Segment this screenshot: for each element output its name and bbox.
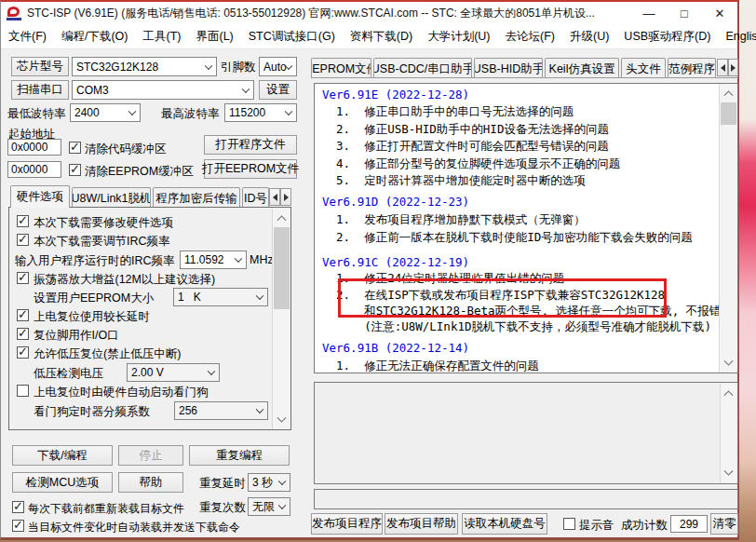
close-icon[interactable]: ✕	[702, 2, 737, 24]
maximize-icon[interactable]: □	[667, 2, 702, 24]
repeat-times-select[interactable]: 无限	[248, 497, 290, 516]
eeprom-size-select[interactable]: 1 K	[173, 288, 268, 306]
options-scrollbar[interactable]	[272, 209, 290, 429]
lvd-voltage-label: 低压检测电压	[34, 366, 103, 382]
port-settings-button[interactable]: 设置	[259, 80, 297, 100]
lvd-voltage-select[interactable]: 2.00 V	[127, 363, 220, 382]
minimize-icon[interactable]: —	[631, 2, 667, 24]
eeprom-size-label: 设置用户EEPROM大小	[34, 291, 154, 306]
repeat-program-button[interactable]: 重复编程	[189, 445, 290, 466]
scrollbar-thumb[interactable]	[274, 227, 290, 309]
max-baud-select[interactable]: 115200	[224, 103, 297, 122]
menu-upgrade[interactable]: 升级(U)	[562, 29, 616, 45]
clear-code-buffer-checkbox[interactable]	[69, 142, 81, 154]
tab-example-programs[interactable]: 范例程序	[668, 58, 716, 77]
tab-usb-hid[interactable]: USB-HID助手	[474, 58, 543, 77]
autoload-send-checkbox[interactable]	[12, 520, 24, 532]
tab-eeprom-file[interactable]: EEPROM文件	[311, 58, 371, 77]
menu-file[interactable]: 文件(F)	[1, 29, 54, 45]
note-line: (注意:U8W/LInk1D脱机下载不支持，必须型号准确才能脱机下载)	[322, 319, 711, 333]
scroll-up-icon[interactable]	[273, 210, 290, 224]
scroll-down-icon[interactable]	[273, 413, 290, 427]
pin-count-label: 引脚数	[221, 60, 256, 75]
check-mcu-options-button[interactable]: 检测MCU选项	[12, 472, 113, 493]
repeat-times-value: 无限	[252, 499, 275, 515]
tab-scroll-left-icon[interactable]	[717, 59, 728, 76]
note-line: 1. 修正串口助手中的串口号无法选择的问题	[322, 104, 574, 118]
repeat-delay-select[interactable]: 3 秒	[248, 473, 290, 492]
menu-university[interactable]: 大学计划(U)	[420, 29, 497, 45]
chevron-down-icon	[208, 367, 215, 374]
log-scrollbar[interactable]	[720, 384, 736, 482]
clear-count-button[interactable]: 清零	[710, 513, 738, 535]
chip-model-select[interactable]: STC32G12K128	[72, 57, 217, 76]
max-baud-label: 最高波特率	[161, 106, 220, 122]
open-program-file-button[interactable]: 打开程序文件	[204, 135, 297, 155]
tab-id-number[interactable]: ID号	[242, 187, 269, 207]
chevron-down-icon	[278, 501, 286, 508]
read-disk-id-button[interactable]: 读取本机硬盘号	[462, 513, 547, 535]
menu-forum[interactable]: 去论坛(F)	[498, 29, 562, 45]
stc-isp-window: STC-ISP (V6.91E) (服务电话/销售电话: 0513-550129…	[0, 0, 739, 540]
menu-usb-driver[interactable]: USB驱动程序(D)	[616, 29, 718, 45]
tab-keil-emulation[interactable]: Keil仿真设置	[545, 58, 619, 77]
hw-watchdog-checkbox[interactable]	[17, 385, 29, 397]
chevron-down-icon	[256, 405, 263, 413]
lvd-reset-checkbox[interactable]	[17, 346, 29, 359]
com-port-select[interactable]: COM3	[72, 80, 254, 100]
scroll-down-icon[interactable]	[720, 357, 737, 371]
release-notes-area[interactable]: Ver6.91E (2022-12-28) 1. 修正串口助手中的串口号无法选择…	[314, 83, 738, 373]
watchdog-prescaler-label: 看门狗定时器分频系数	[34, 404, 150, 420]
eeprom-start-address-input[interactable]: 0x0000	[7, 161, 61, 178]
chip-model-button[interactable]: 芯片型号	[11, 57, 69, 76]
message-log-area[interactable]	[314, 382, 738, 484]
pin-count-value: Auto	[263, 61, 287, 74]
reset-pin-io-checkbox[interactable]	[17, 328, 29, 340]
irc-frequency-select[interactable]: 11.0592	[180, 251, 247, 269]
publish-help-button[interactable]: 发布项目帮助	[385, 513, 458, 535]
clear-eeprom-buffer-checkbox[interactable]	[69, 164, 81, 176]
publish-project-button[interactable]: 发布项目程序	[311, 513, 383, 535]
irc-frequency-label: 输入用户程序运行时的IRC频率	[15, 253, 175, 269]
code-start-address-input[interactable]: 0x0000	[7, 139, 61, 156]
option-label: 本次下载需要调节IRC频率	[34, 234, 170, 250]
tab-scroll-left-icon[interactable]	[269, 188, 280, 206]
watchdog-prescaler-select[interactable]: 256	[174, 401, 268, 420]
tab-usb-cdc-serial[interactable]: USB-CDC/串口助手	[373, 58, 472, 77]
scroll-up-icon[interactable]	[720, 86, 737, 100]
menu-program-download[interactable]: 编程/下载(O)	[54, 29, 136, 45]
tab-scroll-right-icon[interactable]	[728, 59, 738, 76]
reload-target-checkbox[interactable]	[12, 501, 24, 513]
long-por-delay-checkbox[interactable]	[17, 309, 29, 321]
open-eeprom-file-button[interactable]: 打开EEPROM文件	[204, 159, 297, 179]
adjust-irc-checkbox[interactable]	[17, 234, 29, 246]
scan-port-button[interactable]: 扫描串口	[11, 80, 69, 100]
version-header: Ver6.91E (2022-12-28)	[322, 88, 469, 102]
menu-downloads[interactable]: 资料下载(D)	[343, 29, 420, 45]
repeat-delay-label: 重复延时	[199, 476, 246, 492]
tab-scroll-right-icon[interactable]	[280, 188, 291, 206]
help-button[interactable]: 帮助	[118, 472, 183, 493]
modify-hw-options-checkbox[interactable]	[17, 215, 29, 227]
menu-english[interactable]: English	[718, 30, 756, 43]
stop-button[interactable]: 停止	[118, 445, 183, 466]
oscillator-gain-checkbox[interactable]	[17, 272, 29, 284]
pin-count-select[interactable]: Auto	[259, 57, 297, 76]
tab-hardware-options[interactable]: 硬件选项	[10, 185, 70, 208]
tab-u8w-link1-offline[interactable]: U8W/Link1脱机	[72, 187, 151, 207]
beep-checkbox[interactable]	[563, 518, 575, 530]
scroll-up-icon[interactable]	[721, 386, 736, 400]
notes-scrollbar[interactable]	[719, 84, 737, 373]
menu-tools[interactable]: 工具(T)	[136, 29, 189, 45]
note-line: 2. 修正前一版本在脱机下载时使能ID号加密功能下载会失败的问题	[322, 230, 693, 244]
tab-header-files[interactable]: 头文件	[621, 58, 666, 77]
menu-stc-debug[interactable]: STC调试接口(G)	[241, 29, 343, 45]
tab-encrypted-transfer[interactable]: 程序加密后传输	[153, 187, 240, 207]
menubar: 文件(F) 编程/下载(O) 工具(T) 界面(L) STC调试接口(G) 资料…	[1, 24, 737, 49]
min-baud-select[interactable]: 2400	[70, 103, 141, 122]
scroll-down-icon[interactable]	[721, 467, 736, 481]
download-program-button[interactable]: 下载/编程	[12, 445, 113, 466]
com-port-value: COM3	[76, 84, 109, 97]
scrollbar-thumb[interactable]	[721, 102, 736, 125]
menu-ui[interactable]: 界面(L)	[188, 29, 240, 45]
